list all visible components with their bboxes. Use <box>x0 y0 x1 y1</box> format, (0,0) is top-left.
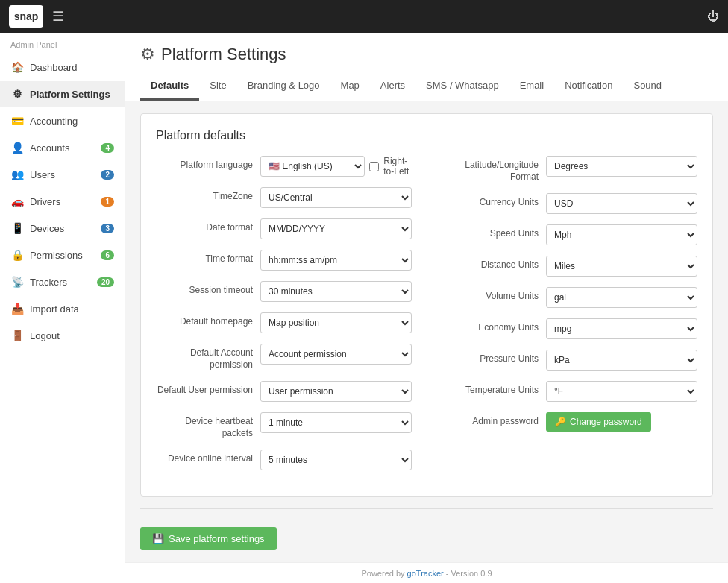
lat-long-format-wrap: Degrees <box>546 156 697 177</box>
save-label: Save platform settings <box>169 533 265 544</box>
sidebar-item-label: Devices <box>30 223 95 234</box>
sidebar-item-accounting[interactable]: 💳 Accounting <box>0 107 125 134</box>
economy-units-select[interactable]: mpg <box>546 318 697 339</box>
save-platform-settings-button[interactable]: 💾 Save platform settings <box>140 527 277 550</box>
drivers-badge: 1 <box>101 197 114 207</box>
default-account-permission-label: Default Account permission <box>156 344 253 371</box>
rtl-checkbox[interactable] <box>369 162 379 171</box>
sidebar-item-import-data[interactable]: 📥 Import data <box>0 295 125 322</box>
default-homepage-select[interactable]: Map position <box>260 312 412 333</box>
settings-left-col: Platform language 🇺🇸 English (US) Right-… <box>156 156 412 481</box>
users-badge: 2 <box>101 170 114 180</box>
tab-site[interactable]: Site <box>199 72 236 101</box>
session-timeout-wrap: 30 minutes <box>260 281 412 302</box>
sidebar-item-accounts[interactable]: 👤 Accounts 4 <box>0 134 125 161</box>
tab-email[interactable]: Email <box>509 72 555 101</box>
tab-map[interactable]: Map <box>330 72 370 101</box>
distance-units-label: Distance Units <box>442 256 539 271</box>
rtl-checkbox-wrap: Right-to-Left <box>369 156 412 177</box>
sidebar-item-label: Trackers <box>30 277 91 288</box>
timezone-wrap: US/Central <box>260 187 412 208</box>
power-button[interactable]: ⏻ <box>707 10 719 23</box>
time-format-label: Time format <box>156 250 253 265</box>
distance-units-select[interactable]: Miles <box>546 256 697 277</box>
sidebar-item-drivers[interactable]: 🚗 Drivers 1 <box>0 188 125 215</box>
sidebar-item-users[interactable]: 👥 Users 2 <box>0 161 125 188</box>
volume-units-wrap: gal <box>546 287 697 308</box>
sidebar-item-logout[interactable]: 🚪 Logout <box>0 322 125 349</box>
device-heartbeat-row: Device heartbeat packets 1 minute <box>156 412 412 439</box>
settings-grid: Platform language 🇺🇸 English (US) Right-… <box>156 156 697 481</box>
economy-units-label: Economy Units <box>442 318 539 334</box>
sidebar-item-platform-settings[interactable]: ⚙ Platform Settings <box>0 81 125 107</box>
session-timeout-row: Session timeout 30 minutes <box>156 281 412 302</box>
pressure-units-wrap: kPa <box>546 350 697 371</box>
devices-icon: 📱 <box>10 221 24 235</box>
import-data-icon: 📥 <box>10 302 24 315</box>
trackers-icon: 📡 <box>10 275 24 289</box>
default-user-permission-select[interactable]: User permission <box>260 381 412 402</box>
device-heartbeat-select[interactable]: 1 minute <box>260 412 412 433</box>
page-body: Platform defaults Platform language 🇺🇸 E… <box>125 101 728 508</box>
tab-sms[interactable]: SMS / Whatsapp <box>415 72 509 101</box>
time-format-select[interactable]: hh:mm:ss am/pm <box>260 250 412 271</box>
default-homepage-wrap: Map position <box>260 312 412 333</box>
lat-long-format-label: Latitude/Longitude Format <box>442 156 539 183</box>
platform-settings-icon: ⚙ <box>10 87 24 101</box>
default-user-permission-label: Default User permission <box>156 381 253 397</box>
admin-panel-label: Admin Panel <box>0 33 125 54</box>
sidebar-item-devices[interactable]: 📱 Devices 3 <box>0 215 125 242</box>
footer-link[interactable]: goTracker <box>407 569 444 578</box>
main-layout: Admin Panel 🏠 Dashboard ⚙ Platform Setti… <box>0 33 728 583</box>
speed-units-wrap: Mph <box>546 224 697 245</box>
device-online-select[interactable]: 5 minutes <box>260 450 412 470</box>
volume-units-select[interactable]: gal <box>546 287 697 308</box>
speed-units-row: Speed Units Mph <box>442 224 697 245</box>
admin-password-row: Admin password 🔑 Change password <box>442 412 697 432</box>
settings-card: Platform defaults Platform language 🇺🇸 E… <box>140 113 713 497</box>
platform-language-row: Platform language 🇺🇸 English (US) Right-… <box>156 156 412 177</box>
device-heartbeat-wrap: 1 minute <box>260 412 412 433</box>
change-password-button[interactable]: 🔑 Change password <box>546 412 651 432</box>
settings-right-col: Latitude/Longitude Format Degrees Curren… <box>442 156 697 481</box>
lat-long-format-select[interactable]: Degrees <box>546 156 697 177</box>
device-online-row: Device online interval 5 minutes <box>156 450 412 470</box>
tab-alerts[interactable]: Alerts <box>370 72 415 101</box>
distance-units-wrap: Miles <box>546 256 697 277</box>
accounting-icon: 💳 <box>10 114 24 127</box>
pressure-units-label: Pressure Units <box>442 350 539 365</box>
devices-badge: 3 <box>101 224 114 233</box>
pressure-units-select[interactable]: kPa <box>546 350 697 371</box>
volume-units-row: Volume Units gal <box>442 287 697 308</box>
accounts-badge: 4 <box>101 143 114 153</box>
tab-notification[interactable]: Notification <box>554 72 623 101</box>
timezone-select[interactable]: US/Central <box>260 187 412 208</box>
date-format-wrap: MM/DD/YYYY <box>260 218 412 239</box>
tabs-bar: Defaults Site Branding & Logo Map Alerts… <box>125 72 728 101</box>
session-timeout-select[interactable]: 30 minutes <box>260 281 412 302</box>
sidebar-item-permissions[interactable]: 🔒 Permissions 6 <box>0 242 125 268</box>
dashboard-icon: 🏠 <box>10 60 24 74</box>
platform-language-select[interactable]: 🇺🇸 English (US) <box>260 156 365 177</box>
sidebar-item-trackers[interactable]: 📡 Trackers 20 <box>0 268 125 295</box>
logo[interactable]: snap <box>9 5 43 28</box>
sidebar-item-dashboard[interactable]: 🏠 Dashboard <box>0 54 125 81</box>
platform-language-wrap: 🇺🇸 English (US) Right-to-Left <box>260 156 412 177</box>
date-format-select[interactable]: MM/DD/YYYY <box>260 218 412 239</box>
tab-sound[interactable]: Sound <box>623 72 672 101</box>
volume-units-label: Volume Units <box>442 287 539 303</box>
temperature-units-select[interactable]: °F <box>546 381 697 402</box>
temperature-units-row: Temperature Units °F <box>442 381 697 402</box>
device-heartbeat-label: Device heartbeat packets <box>156 412 253 439</box>
tab-defaults[interactable]: Defaults <box>140 72 199 101</box>
currency-units-select[interactable]: USD <box>546 193 697 214</box>
hamburger-button[interactable]: ☰ <box>52 8 64 25</box>
tab-branding[interactable]: Branding & Logo <box>237 72 330 101</box>
admin-password-label: Admin password <box>442 412 539 428</box>
distance-units-row: Distance Units Miles <box>442 256 697 277</box>
permissions-badge: 6 <box>101 250 114 260</box>
default-account-permission-select[interactable]: Account permission <box>260 344 412 365</box>
speed-units-select[interactable]: Mph <box>546 224 697 245</box>
temperature-units-label: Temperature Units <box>442 381 539 397</box>
drivers-icon: 🚗 <box>10 195 24 208</box>
